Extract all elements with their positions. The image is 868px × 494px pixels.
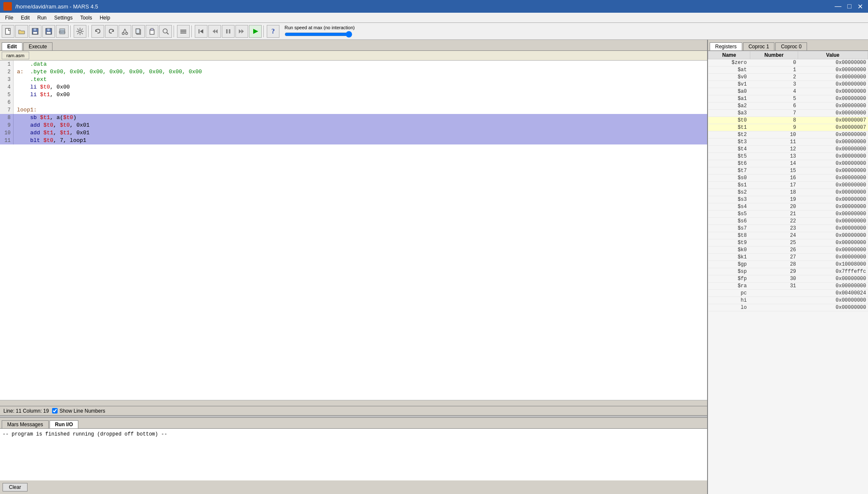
new-file-btn[interactable] — [2, 25, 14, 38]
assemble-btn[interactable] — [195, 25, 207, 38]
options-btn[interactable] — [177, 25, 190, 38]
file-tab-bar: ram.asm — [0, 51, 707, 61]
line-content: a: .byte 0x00, 0x00, 0x00, 0x00, 0x00, 0… — [14, 68, 707, 76]
dump-memory-btn[interactable]: 0101 — [56, 25, 69, 38]
redo-btn[interactable] — [105, 25, 118, 38]
bottom-content: -- program is finished running (dropped … — [0, 429, 707, 480]
save-btn[interactable] — [29, 25, 41, 38]
reg-number: 15 — [750, 167, 798, 175]
registers-scroll[interactable]: Name Number Value $zero00x00000000$at10x… — [708, 51, 868, 494]
line-number: 5 — [0, 91, 14, 99]
reg-value: 0x00000000 — [798, 189, 868, 196]
menu-settings[interactable]: Settings — [51, 14, 76, 22]
register-row: $a260x00000000 — [708, 103, 868, 110]
reg-value: 0x00000000 — [798, 59, 868, 67]
undo-btn[interactable] — [91, 25, 104, 38]
reg-value: 0x00000000 — [798, 275, 868, 283]
sep4 — [191, 25, 193, 37]
register-row: $gp280x10008000 — [708, 261, 868, 268]
line-content: li $t1, 0x00 — [14, 91, 707, 99]
reg-value: 0x00000000 — [798, 232, 868, 239]
tab-edit[interactable]: Edit — [2, 42, 22, 50]
reg-value: 0x00000000 — [798, 81, 868, 88]
reg-number: 10 — [750, 131, 798, 139]
svg-text:0101: 0101 — [59, 31, 66, 33]
app-icon — [3, 2, 12, 11]
svg-rect-0 — [6, 28, 10, 34]
reg-value: 0x00000000 — [798, 153, 868, 160]
restore-btn[interactable]: □ — [846, 3, 853, 11]
file-tab-ram[interactable]: ram.asm — [2, 52, 29, 59]
register-row: $sp290x7fffeffc — [708, 268, 868, 275]
reg-name: $t9 — [708, 239, 750, 247]
register-row: $t4120x00000000 — [708, 146, 868, 153]
menu-edit[interactable]: Edit — [17, 14, 33, 22]
reg-name: $t1 — [708, 124, 750, 131]
register-row: pc0x00400024 — [708, 290, 868, 297]
reg-name: hi — [708, 297, 750, 304]
pause-btn[interactable] — [222, 25, 235, 38]
menu-tools[interactable]: Tools — [77, 14, 95, 22]
help-btn[interactable]: ? — [267, 25, 279, 38]
reg-number: 19 — [750, 196, 798, 203]
reg-name: $s0 — [708, 175, 750, 182]
menu-help[interactable]: Help — [96, 14, 113, 22]
line-number: 3 — [0, 76, 14, 83]
paste-btn[interactable] — [146, 25, 158, 38]
clear-button[interactable]: Clear — [3, 483, 28, 491]
cut-btn[interactable] — [119, 25, 131, 38]
run-btn[interactable] — [249, 25, 262, 38]
code-line-11: 11 blt $t0, 7, loop1 — [0, 137, 707, 144]
register-row: $s0160x00000000 — [708, 175, 868, 182]
register-row: $zero00x00000000 — [708, 59, 868, 67]
tab-run-io[interactable]: Run I/O — [50, 420, 79, 428]
reg-value: 0x00000000 — [798, 283, 868, 290]
svg-marker-25 — [200, 29, 203, 33]
code-scroll[interactable]: 1 .data2a: .byte 0x00, 0x00, 0x00, 0x00,… — [0, 61, 707, 400]
reg-name: $k1 — [708, 254, 750, 261]
step-back-btn[interactable] — [208, 25, 221, 38]
svg-rect-22 — [180, 30, 186, 31]
save-as-btn[interactable]: + — [42, 25, 55, 38]
open-file-btn[interactable] — [15, 25, 28, 38]
code-line-5: 5 li $t1, 0x00 — [0, 91, 707, 99]
register-row: $s2180x00000000 — [708, 189, 868, 196]
reg-value: 0x00000000 — [798, 74, 868, 81]
code-line-2: 2a: .byte 0x00, 0x00, 0x00, 0x00, 0x00, … — [0, 68, 707, 76]
menu-run[interactable]: Run — [34, 14, 50, 22]
reg-value: 0x00000000 — [798, 88, 868, 95]
tab-coproc0[interactable]: Coproc 0 — [775, 42, 807, 50]
tab-registers[interactable]: Registers — [710, 42, 742, 50]
reg-value: 0x00000000 — [798, 146, 868, 153]
code-editor[interactable]: 1 .data2a: .byte 0x00, 0x00, 0x00, 0x00,… — [0, 61, 707, 144]
minimize-btn[interactable]: — — [833, 3, 843, 11]
reg-number: 5 — [750, 95, 798, 103]
svg-point-11 — [79, 30, 81, 33]
code-line-6: 6 — [0, 99, 707, 106]
find-btn[interactable] — [159, 25, 172, 38]
menu-bar: File Edit Run Settings Tools Help — [0, 13, 868, 23]
code-line-1: 1 .data — [0, 61, 707, 68]
run-speed-section: Run speed at max (no interaction) — [285, 25, 355, 38]
reg-value: 0x00000000 — [798, 196, 868, 203]
reg-value: 0x7fffeffc — [798, 268, 868, 275]
tab-coproc1[interactable]: Coproc 1 — [743, 42, 775, 50]
svg-rect-29 — [226, 29, 228, 33]
reg-name: $ra — [708, 283, 750, 290]
code-line-4: 4 li $t0, 0x00 — [0, 83, 707, 91]
tab-execute[interactable]: Execute — [23, 42, 53, 50]
close-btn[interactable]: ✕ — [856, 3, 865, 11]
step-fwd-btn[interactable] — [235, 25, 248, 38]
copy-btn[interactable] — [132, 25, 145, 38]
reg-value: 0x00000000 — [798, 297, 868, 304]
line-number: 10 — [0, 129, 14, 137]
show-line-numbers-check[interactable] — [52, 408, 58, 414]
settings-btn[interactable] — [74, 25, 86, 38]
svg-text:+: + — [48, 29, 50, 32]
reg-value: 0x00000000 — [798, 254, 868, 261]
run-speed-slider[interactable] — [285, 31, 352, 38]
reg-value: 0x00000000 — [798, 218, 868, 225]
h-scrollbar[interactable] — [0, 400, 707, 406]
tab-mars-messages[interactable]: Mars Messages — [2, 420, 49, 428]
menu-file[interactable]: File — [2, 14, 17, 22]
